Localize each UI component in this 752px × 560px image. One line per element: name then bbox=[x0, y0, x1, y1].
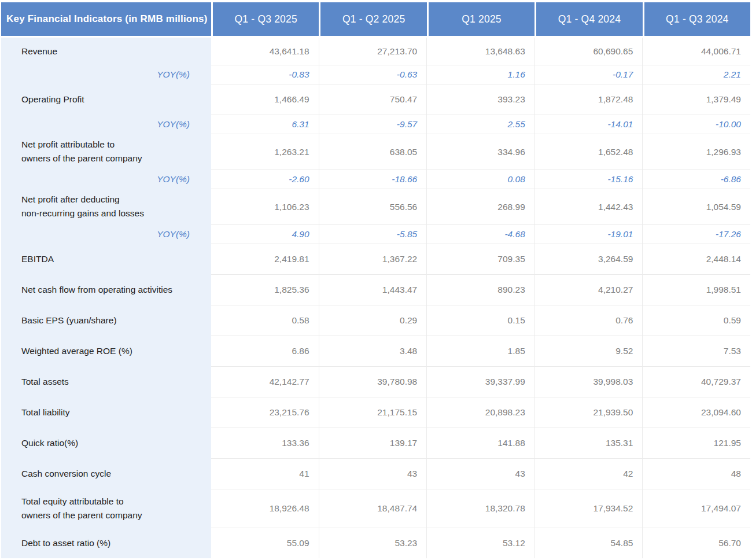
row-label: Weighted average ROE (%) bbox=[1, 336, 211, 366]
value-cell: 2.55 bbox=[426, 115, 534, 134]
table-row: Total assets42,142.7739,780.9839,337.993… bbox=[1, 366, 750, 397]
row-label: EBITDA bbox=[1, 244, 211, 274]
table-body: Revenue43,641.1827,213.7013,648.6360,690… bbox=[1, 38, 750, 558]
column-header: Q1 - Q3 2024 bbox=[644, 2, 750, 36]
value-cell: 21,939.50 bbox=[534, 397, 643, 428]
row-label: Net cash flow from operating activities bbox=[1, 274, 211, 305]
row-label: Total assets bbox=[1, 366, 211, 397]
value-cell: 53.12 bbox=[426, 528, 534, 558]
value-cell: 139.17 bbox=[319, 428, 427, 458]
table-row-yoy: YOY(%)-0.83-0.631.16-0.172.21 bbox=[1, 65, 750, 84]
value-cell: 709.35 bbox=[426, 244, 534, 274]
table-row: Weighted average ROE (%)6.863.481.859.52… bbox=[1, 336, 750, 366]
value-cell: 1,106.23 bbox=[211, 189, 319, 224]
value-cell: 40,729.37 bbox=[642, 366, 750, 397]
value-cell: 7.53 bbox=[642, 336, 750, 366]
value-cell: 48 bbox=[642, 458, 750, 489]
value-cell: -9.57 bbox=[319, 115, 427, 134]
value-cell: 1,825.36 bbox=[211, 274, 319, 305]
column-header: Q1 - Q4 2024 bbox=[536, 2, 642, 36]
value-cell: 121.95 bbox=[642, 428, 750, 458]
value-cell: 18,320.78 bbox=[426, 489, 534, 528]
value-cell: 0.76 bbox=[534, 305, 643, 336]
value-cell: 1,367.22 bbox=[319, 244, 427, 274]
value-cell: 0.59 bbox=[642, 305, 750, 336]
value-cell: 1,379.49 bbox=[642, 84, 750, 115]
value-cell: 3,264.59 bbox=[534, 244, 643, 274]
table-row: EBITDA2,419.811,367.22709.353,264.592,44… bbox=[1, 244, 750, 274]
value-cell: 17,934.52 bbox=[534, 489, 643, 528]
value-cell: -10.00 bbox=[642, 115, 750, 134]
value-cell: 42,142.77 bbox=[211, 366, 319, 397]
table-row: Net profit attributable to owners of the… bbox=[1, 134, 750, 170]
value-cell: 6.31 bbox=[211, 115, 319, 134]
column-header: Q1 - Q2 2025 bbox=[320, 2, 426, 36]
value-cell: 133.36 bbox=[211, 428, 319, 458]
value-cell: -6.86 bbox=[642, 170, 750, 189]
value-cell: 750.47 bbox=[319, 84, 427, 115]
table-row: Net cash flow from operating activities1… bbox=[1, 274, 750, 305]
value-cell: -14.01 bbox=[534, 115, 643, 134]
table-row-yoy: YOY(%)6.31-9.572.55-14.01-10.00 bbox=[1, 115, 750, 134]
value-cell: 0.08 bbox=[426, 170, 534, 189]
value-cell: 0.29 bbox=[319, 305, 427, 336]
value-cell: 890.23 bbox=[426, 274, 534, 305]
column-header: Q1 - Q3 2025 bbox=[213, 2, 319, 36]
table-row: Net profit after deducting non-recurring… bbox=[1, 189, 750, 224]
table-header-row: Key Financial Indicators (in RMB million… bbox=[1, 2, 750, 36]
value-cell: -17.26 bbox=[642, 224, 750, 244]
value-cell: 334.96 bbox=[426, 134, 534, 170]
yoy-label: YOY(%) bbox=[1, 224, 211, 244]
value-cell: -0.17 bbox=[534, 65, 643, 84]
value-cell: 60,690.65 bbox=[534, 38, 643, 65]
value-cell: 141.88 bbox=[426, 428, 534, 458]
table-row-yoy: YOY(%)-2.60-18.660.08-15.16-6.86 bbox=[1, 170, 750, 189]
value-cell: 56.70 bbox=[642, 528, 750, 558]
column-header: Q1 2025 bbox=[429, 2, 534, 36]
value-cell: 638.05 bbox=[319, 134, 427, 170]
row-label: Total equity attributable to owners of t… bbox=[1, 489, 211, 528]
value-cell: 23,215.76 bbox=[211, 397, 319, 428]
value-cell: 1.16 bbox=[426, 65, 534, 84]
value-cell: -0.83 bbox=[211, 65, 319, 84]
value-cell: 23,094.60 bbox=[642, 397, 750, 428]
value-cell: 1,054.59 bbox=[642, 189, 750, 224]
table-title: Key Financial Indicators (in RMB million… bbox=[1, 2, 211, 36]
table-row: Total liability23,215.7621,175.1520,898.… bbox=[1, 397, 750, 428]
value-cell: 4.90 bbox=[211, 224, 319, 244]
table-row: Cash conversion cycle4143434248 bbox=[1, 458, 750, 489]
row-label: Revenue bbox=[1, 38, 211, 65]
value-cell: 18,926.48 bbox=[211, 489, 319, 528]
value-cell: 6.86 bbox=[211, 336, 319, 366]
row-label: Debt to asset ratio (%) bbox=[1, 528, 211, 558]
table-row: Total equity attributable to owners of t… bbox=[1, 489, 750, 528]
value-cell: -18.66 bbox=[319, 170, 427, 189]
value-cell: 556.56 bbox=[319, 189, 427, 224]
value-cell: 41 bbox=[211, 458, 319, 489]
value-cell: 39,998.03 bbox=[534, 366, 643, 397]
row-label: Cash conversion cycle bbox=[1, 458, 211, 489]
value-cell: -15.16 bbox=[534, 170, 643, 189]
value-cell: 20,898.23 bbox=[426, 397, 534, 428]
yoy-label: YOY(%) bbox=[1, 115, 211, 134]
value-cell: 4,210.27 bbox=[534, 274, 643, 305]
row-label: Net profit attributable to owners of the… bbox=[1, 134, 211, 170]
yoy-label: YOY(%) bbox=[1, 170, 211, 189]
value-cell: 9.52 bbox=[534, 336, 643, 366]
value-cell: 1,442.43 bbox=[534, 189, 643, 224]
value-cell: 39,337.99 bbox=[426, 366, 534, 397]
value-cell: 54.85 bbox=[534, 528, 643, 558]
value-cell: 53.23 bbox=[319, 528, 427, 558]
value-cell: 17,494.07 bbox=[642, 489, 750, 528]
value-cell: 393.23 bbox=[426, 84, 534, 115]
value-cell: -19.01 bbox=[534, 224, 643, 244]
value-cell: 13,648.63 bbox=[426, 38, 534, 65]
value-cell: 3.48 bbox=[319, 336, 427, 366]
value-cell: 43,641.18 bbox=[211, 38, 319, 65]
table-row: Operating Profit1,466.49750.47393.231,87… bbox=[1, 84, 750, 115]
table-row: Quick ratio(%)133.36139.17141.88135.3112… bbox=[1, 428, 750, 458]
value-cell: 1,652.48 bbox=[534, 134, 643, 170]
yoy-label: YOY(%) bbox=[1, 65, 211, 84]
value-cell: 1,263.21 bbox=[211, 134, 319, 170]
value-cell: 43 bbox=[319, 458, 427, 489]
